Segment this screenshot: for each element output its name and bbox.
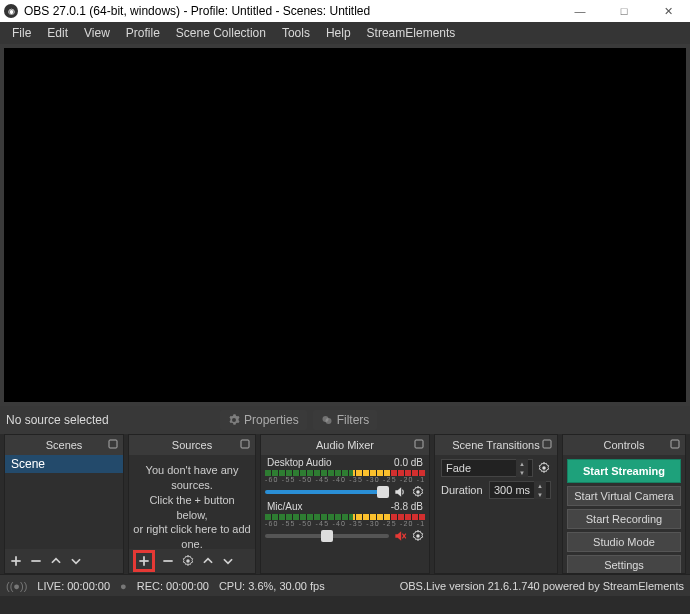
mixer-title: Audio Mixer <box>316 439 374 451</box>
menu-view[interactable]: View <box>76 23 118 43</box>
window-title: OBS 27.0.1 (64-bit, windows) - Profile: … <box>24 4 558 18</box>
svg-rect-6 <box>241 440 249 448</box>
scene-down-button[interactable] <box>69 554 83 568</box>
menu-streamelements[interactable]: StreamElements <box>359 23 464 43</box>
menu-bar: File Edit View Profile Scene Collection … <box>0 22 690 44</box>
speaker-muted-icon[interactable] <box>393 529 407 543</box>
undock-icon[interactable] <box>413 438 425 450</box>
menu-help[interactable]: Help <box>318 23 359 43</box>
scenes-title: Scenes <box>46 439 83 451</box>
svg-rect-26 <box>671 440 679 448</box>
minimize-button[interactable]: — <box>558 0 602 22</box>
obs-logo-icon: ◉ <box>4 4 18 18</box>
no-source-label: No source selected <box>6 413 214 427</box>
controls-header[interactable]: Controls <box>563 435 685 455</box>
audio-meter <box>265 470 425 476</box>
settings-button[interactable]: Settings <box>567 555 681 573</box>
duration-input[interactable]: 300 ms ▲▼ <box>489 481 551 499</box>
transition-select[interactable]: Fade ▲▼ <box>441 459 533 477</box>
duration-label: Duration <box>441 484 485 496</box>
rec-status: REC: 00:00:00 <box>137 580 209 592</box>
svg-point-18 <box>186 559 190 563</box>
properties-button[interactable]: Properties <box>220 410 307 430</box>
meter-ticks: -60 -55 -50 -45 -40 -35 -30 -25 -20 -15 … <box>265 520 425 527</box>
audio-meter <box>265 514 425 520</box>
svg-point-25 <box>542 466 546 470</box>
transition-settings-icon[interactable] <box>537 461 551 475</box>
properties-label: Properties <box>244 413 299 427</box>
transitions-header[interactable]: Scene Transitions <box>435 435 557 455</box>
scene-list-item[interactable]: Scene <box>5 455 123 473</box>
sources-header[interactable]: Sources <box>129 435 255 455</box>
sources-title: Sources <box>172 439 212 451</box>
maximize-button[interactable]: □ <box>602 0 646 22</box>
source-down-button[interactable] <box>221 554 235 568</box>
sources-panel: Sources You don't have any sources. Clic… <box>128 434 256 574</box>
duration-value: 300 ms <box>494 484 530 496</box>
window-titlebar: ◉ OBS 27.0.1 (64-bit, windows) - Profile… <box>0 0 690 22</box>
close-button[interactable]: ✕ <box>646 0 690 22</box>
transitions-panel: Scene Transitions Fade ▲▼ Duration 300 m… <box>434 434 558 574</box>
start-recording-button[interactable]: Start Recording <box>567 509 681 529</box>
channel-level: -8.8 dB <box>391 501 423 512</box>
scene-up-button[interactable] <box>49 554 63 568</box>
svg-point-20 <box>416 490 420 494</box>
scenes-header[interactable]: Scenes <box>5 435 123 455</box>
gear-icon <box>228 414 240 426</box>
sources-hint-line: You don't have any sources. <box>133 463 251 493</box>
svg-rect-19 <box>415 440 423 448</box>
record-icon: ● <box>120 580 127 592</box>
scene-remove-button[interactable] <box>29 554 43 568</box>
source-settings-button[interactable] <box>181 554 195 568</box>
preview-canvas[interactable] <box>4 48 686 402</box>
channel-level: 0.0 dB <box>394 457 423 468</box>
transition-value: Fade <box>446 462 471 474</box>
undock-icon[interactable] <box>541 438 553 450</box>
source-remove-button[interactable] <box>161 554 175 568</box>
studio-mode-button[interactable]: Studio Mode <box>567 532 681 552</box>
live-status: LIVE: 00:00:00 <box>37 580 110 592</box>
svg-rect-24 <box>543 440 551 448</box>
filters-label: Filters <box>337 413 370 427</box>
menu-file[interactable]: File <box>4 23 39 43</box>
source-up-button[interactable] <box>201 554 215 568</box>
scenes-panel: Scenes Scene <box>4 434 124 574</box>
volume-slider[interactable] <box>265 490 389 494</box>
svg-point-1 <box>325 418 331 424</box>
menu-profile[interactable]: Profile <box>118 23 168 43</box>
channel-name: Mic/Aux <box>267 501 303 512</box>
svg-point-23 <box>416 534 420 538</box>
audio-mixer-panel: Audio Mixer Desktop Audio 0.0 dB -60 -55… <box>260 434 430 574</box>
source-add-button[interactable] <box>133 550 155 572</box>
sources-hint: You don't have any sources. Click the + … <box>129 455 255 549</box>
start-virtual-camera-button[interactable]: Start Virtual Camera <box>567 486 681 506</box>
sources-hint-line: or right click here to add one. <box>133 522 251 549</box>
filters-button[interactable]: Filters <box>313 410 378 430</box>
transitions-title: Scene Transitions <box>452 439 539 451</box>
channel-name: Desktop Audio <box>267 457 332 468</box>
svg-rect-2 <box>109 440 117 448</box>
sources-list[interactable]: You don't have any sources. Click the + … <box>129 455 255 549</box>
scene-add-button[interactable] <box>9 554 23 568</box>
cpu-status: CPU: 3.6%, 30.00 fps <box>219 580 325 592</box>
meter-ticks: -60 -55 -50 -45 -40 -35 -30 -25 -20 -15 … <box>265 476 425 483</box>
undock-icon[interactable] <box>669 438 681 450</box>
volume-slider[interactable] <box>265 534 389 538</box>
menu-scene-collection[interactable]: Scene Collection <box>168 23 274 43</box>
undock-icon[interactable] <box>239 438 251 450</box>
version-label: OBS.Live version 21.6.1.740 powered by S… <box>400 580 684 592</box>
menu-tools[interactable]: Tools <box>274 23 318 43</box>
menu-edit[interactable]: Edit <box>39 23 76 43</box>
channel-settings-icon[interactable] <box>411 529 425 543</box>
mixer-header[interactable]: Audio Mixer <box>261 435 429 455</box>
undock-icon[interactable] <box>107 438 119 450</box>
controls-panel: Controls Start Streaming Start Virtual C… <box>562 434 686 574</box>
sources-hint-line: Click the + button below, <box>133 493 251 523</box>
source-toolbar: No source selected Properties Filters <box>0 406 690 434</box>
filters-icon <box>321 414 333 426</box>
mixer-channel-mic: Mic/Aux -8.8 dB -60 -55 -50 -45 -40 -35 … <box>265 501 425 543</box>
start-streaming-button[interactable]: Start Streaming <box>567 459 681 483</box>
preview-area <box>0 44 690 406</box>
speaker-icon[interactable] <box>393 485 407 499</box>
channel-settings-icon[interactable] <box>411 485 425 499</box>
